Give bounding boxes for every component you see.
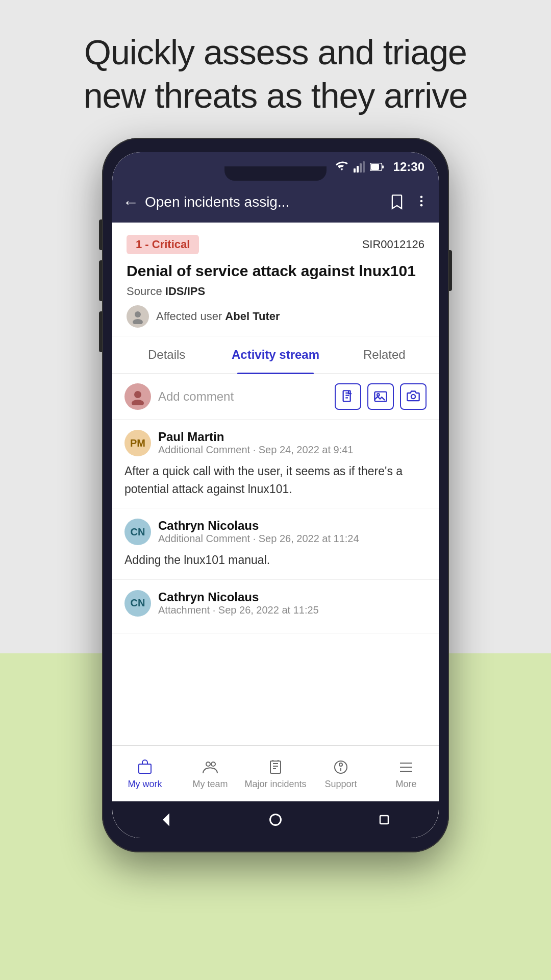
svg-point-17	[411, 395, 415, 399]
tab-details-label: Details	[148, 348, 185, 361]
add-comment-row[interactable]: Add comment	[112, 374, 439, 420]
svg-rect-6	[382, 165, 384, 168]
screen-content: 1 - Critical SIR0012126 Denial of servic…	[112, 223, 439, 838]
more-label: More	[395, 779, 416, 790]
attach-document-button[interactable]	[335, 383, 361, 410]
phone-screen: 12:30 ← Open incidents assig...	[112, 152, 439, 838]
tab-activity-stream-label: Activity stream	[232, 348, 319, 361]
major-incidents-label: Major incidents	[244, 779, 306, 790]
bookmark-icon[interactable]	[390, 194, 404, 210]
back-button[interactable]: ←	[122, 193, 139, 212]
more-menu-icon[interactable]	[414, 194, 429, 208]
activity-type: Additional Comment	[158, 533, 250, 544]
activity-type-date: Additional Comment · Sep 24, 2022 at 9:4…	[158, 444, 354, 456]
svg-rect-2	[360, 163, 362, 173]
badge-row: 1 - Critical SIR0012126	[127, 235, 424, 254]
activity-separator: ·	[213, 604, 218, 616]
activity-author-name: Paul Martin	[158, 430, 354, 444]
activity-date: Sep 26, 2022 at 11:25	[218, 604, 319, 616]
activity-meta: CN Cathryn Nicolaus Attachment · Sep 26,…	[124, 590, 427, 617]
activity-type: Additional Comment	[158, 444, 250, 455]
source-value: IDS/IPS	[165, 285, 205, 298]
activity-info: Paul Martin Additional Comment · Sep 24,…	[158, 430, 354, 456]
nav-my-team[interactable]: My team	[178, 753, 243, 794]
tab-details[interactable]: Details	[112, 336, 221, 373]
source-label: Source	[127, 285, 162, 298]
svg-point-7	[420, 196, 423, 199]
tabs: Details Activity stream Related	[112, 336, 439, 374]
svg-point-13	[132, 400, 144, 405]
activity-type: Attachment	[158, 604, 210, 616]
svg-rect-21	[270, 761, 281, 773]
nav-more[interactable]: More	[373, 753, 439, 794]
nav-my-work[interactable]: My work	[112, 753, 178, 794]
image-icon	[373, 389, 388, 404]
tab-related-label: Related	[363, 348, 406, 361]
incident-title: Denial of service attack against lnux101	[127, 262, 424, 280]
tab-activity-stream[interactable]: Activity stream	[221, 336, 330, 373]
affected-label: Affected user	[156, 310, 222, 323]
activity-info: Cathryn Nicolaus Attachment · Sep 26, 20…	[158, 590, 319, 616]
svg-point-10	[135, 311, 141, 317]
attach-image-button[interactable]	[367, 383, 394, 410]
notch	[224, 166, 327, 181]
hero-line1: Quickly assess and triage	[84, 33, 467, 71]
support-icon	[331, 757, 350, 777]
add-comment-placeholder[interactable]: Add comment	[158, 389, 328, 404]
hero-text: Quickly assess and triage new threats as…	[43, 0, 509, 138]
svg-point-11	[133, 319, 143, 324]
affected-name: Abel Tuter	[225, 310, 280, 323]
activity-date: Sep 26, 2022 at 11:24	[259, 533, 359, 544]
critical-badge: 1 - Critical	[127, 235, 199, 254]
my-team-label: My team	[192, 779, 228, 790]
tab-related[interactable]: Related	[330, 336, 439, 373]
activity-author-name: Cathryn Nicolaus	[158, 519, 359, 533]
attach-camera-button[interactable]	[400, 383, 427, 410]
activity-meta: CN Cathryn Nicolaus Additional Comment ·…	[124, 519, 427, 545]
affected-user-row: Affected user Abel Tuter	[127, 305, 424, 328]
svg-point-12	[134, 391, 141, 398]
svg-rect-18	[139, 764, 151, 773]
affected-user-text: Affected user Abel Tuter	[156, 310, 280, 323]
my-work-label: My work	[128, 779, 162, 790]
status-icons: 12:30	[335, 160, 424, 174]
my-team-icon	[201, 757, 220, 777]
paul-avatar: PM	[124, 430, 151, 456]
svg-rect-5	[371, 164, 379, 170]
svg-marker-23	[164, 815, 168, 825]
incident-source: Source IDS/IPS	[127, 285, 424, 298]
comment-action-icons	[335, 383, 427, 410]
hero-line2: new threats as they arrive	[84, 76, 468, 115]
bottom-nav: My work My team	[112, 745, 439, 801]
activity-item: PM Paul Martin Additional Comment · Sep …	[112, 420, 439, 508]
activity-body: After a quick call with the user, it see…	[124, 462, 427, 498]
battery-icon	[370, 163, 384, 171]
android-nav-bar	[112, 801, 439, 838]
android-recents-button[interactable]	[375, 811, 393, 829]
android-home-button[interactable]	[266, 811, 285, 829]
activity-separator: ·	[253, 444, 259, 455]
nav-major-incidents[interactable]: Major incidents	[243, 753, 308, 794]
app-bar: ← Open incidents assig...	[112, 182, 439, 223]
activity-body: Adding the lnux101 manual.	[124, 551, 427, 569]
activity-separator: ·	[253, 533, 259, 544]
svg-point-19	[206, 762, 210, 766]
activity-area: Add comment	[112, 374, 439, 745]
svg-point-9	[420, 204, 423, 207]
status-time: 12:30	[393, 160, 424, 174]
my-work-icon	[135, 757, 155, 777]
activity-info: Cathryn Nicolaus Additional Comment · Se…	[158, 519, 359, 545]
android-back-button[interactable]	[158, 811, 176, 829]
phone-mockup: 12:30 ← Open incidents assig...	[102, 138, 449, 852]
app-bar-title: Open incidents assig...	[145, 194, 390, 210]
activity-item: CN Cathryn Nicolaus Attachment · Sep 26,…	[112, 580, 439, 633]
cathryn-avatar: CN	[124, 519, 151, 545]
affected-user-avatar	[127, 305, 149, 328]
activity-meta: PM Paul Martin Additional Comment · Sep …	[124, 430, 427, 456]
document-icon	[341, 389, 355, 404]
camera-icon	[406, 389, 420, 404]
cathryn-avatar-2: CN	[124, 590, 151, 617]
svg-point-8	[420, 200, 423, 203]
nav-support[interactable]: Support	[308, 753, 373, 794]
incident-id: SIR0012126	[362, 238, 424, 251]
